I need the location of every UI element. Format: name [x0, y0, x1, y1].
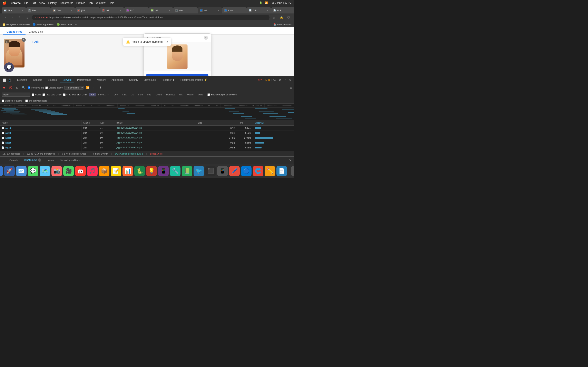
online-icon[interactable]: 📶 — [85, 85, 90, 90]
network-row-5[interactable]: 📄 ingest 204 xhr _app-c20140612cf49126.j… — [0, 145, 294, 150]
tab-close-4[interactable]: × — [95, 9, 98, 12]
reload-button[interactable]: ↻ — [17, 15, 23, 20]
invert-checkbox[interactable]: Invert — [32, 93, 41, 96]
clear-button[interactable]: 🚫 — [8, 85, 13, 90]
type-filter-manifest[interactable]: Manifest — [164, 93, 177, 96]
bookmark-star[interactable]: ☆ — [271, 15, 277, 20]
network-row-2[interactable]: 📄 ingest 204 xhr _app-c20140612cf49126.j… — [0, 131, 294, 135]
tab-close-1[interactable]: × — [21, 9, 24, 12]
choose-thumbnail-button[interactable]: 📁 Choose New Thumbnail — [146, 74, 208, 76]
type-filter-other[interactable]: Other — [196, 93, 206, 96]
bookmark-indus-app[interactable]: 🔵 Indus App Bazaar — [33, 23, 54, 26]
tab-close-6[interactable]: × — [144, 9, 147, 12]
dock-toolbox[interactable]: 🔧 — [170, 166, 181, 176]
th-time[interactable]: Time — [237, 120, 253, 125]
menu-edit[interactable]: Edit — [31, 1, 36, 4]
devtools-tab-memory[interactable]: Memory — [95, 77, 108, 83]
dock-keynote[interactable]: 📊 — [122, 166, 133, 176]
search-input[interactable] — [3, 93, 19, 96]
dock-music[interactable]: 🎵 — [87, 166, 98, 176]
whats-new-close-icon[interactable]: × — [38, 158, 41, 162]
error-banner-close[interactable]: × — [166, 40, 168, 43]
type-filter-img[interactable]: Img — [145, 93, 153, 96]
tab-embed-link[interactable]: Embed Link — [26, 29, 46, 35]
address-input[interactable]: ⚠ Not Secure https://indus-developerdash… — [32, 15, 269, 20]
th-type[interactable]: Type — [98, 120, 114, 125]
video-remove-button[interactable]: × — [22, 38, 26, 42]
devtools-tab-application[interactable]: Application — [109, 77, 126, 83]
dock-notability[interactable]: ✏️ — [265, 166, 275, 176]
tab-close-11[interactable]: × — [266, 9, 269, 12]
dock-notes[interactable]: 📝 — [111, 166, 121, 176]
export-har-icon[interactable]: ⬇ — [98, 85, 103, 90]
blocked-response-checkbox[interactable]: Blocked response cookies — [208, 93, 237, 96]
devtools-more-icon[interactable]: ⋮ — [283, 78, 287, 82]
record-button[interactable]: ⏺ — [2, 85, 7, 90]
dock-excel[interactable]: 📗 — [182, 166, 192, 176]
dock-mail[interactable]: 📧 — [16, 166, 26, 176]
search-clear-icon[interactable]: × — [20, 93, 22, 96]
throttling-select[interactable]: No throttling — [64, 86, 84, 90]
type-filter-media[interactable]: Media — [154, 93, 164, 96]
extension-btn-1[interactable]: 🔒 — [278, 15, 284, 20]
bottom-tab-issues[interactable]: Issues — [44, 158, 57, 163]
dock-slack[interactable]: 📱 — [158, 166, 169, 176]
devtools-tab-lighthouse[interactable]: Lighthouse — [141, 77, 158, 83]
search-button[interactable]: 🔍 — [21, 85, 26, 90]
menu-tab[interactable]: Tab — [88, 1, 93, 4]
tab-close-8[interactable]: × — [193, 9, 196, 12]
devtools-settings-icon[interactable]: ⚙ — [278, 78, 282, 83]
dock-vscode[interactable]: 🔵 — [241, 166, 251, 176]
devtools-close-button[interactable]: ✕ — [288, 78, 292, 83]
th-name[interactable]: Name — [0, 120, 82, 125]
type-filter-ws[interactable]: WS — [177, 93, 185, 96]
import-har-icon[interactable]: ⬆ — [92, 85, 96, 90]
devtools-tab-console[interactable]: Console — [31, 77, 44, 83]
devtools-tab-perf-insights[interactable]: Performance insights ⚡ — [178, 77, 210, 83]
hide-ext-urls-checkbox[interactable]: Hide extension URLs — [63, 93, 87, 96]
disable-cache-checkbox[interactable]: Disable cache — [45, 86, 63, 89]
dock-word[interactable]: 📄 — [277, 166, 287, 176]
th-waterfall[interactable]: Waterfall — [253, 120, 294, 125]
bottom-tab-console[interactable]: Console — [7, 158, 21, 163]
type-filter-css[interactable]: CSS — [120, 93, 129, 96]
apple-menu[interactable]: 🍎 — [2, 1, 7, 5]
preview-modal-close[interactable]: × — [204, 36, 208, 40]
back-button[interactable]: ‹ — [2, 15, 8, 20]
blocked-requests-checkbox[interactable]: Blocked requests — [2, 100, 22, 102]
dock-chrome[interactable]: 🌐 — [253, 166, 263, 176]
bookmark-all[interactable]: 📚 All Bookmarks — [273, 23, 292, 26]
type-filter-font[interactable]: Font — [136, 93, 145, 96]
network-row-3[interactable]: 📄 ingest 204 xhr _app-c20140612cf49126.j… — [0, 135, 294, 140]
tab-12[interactable]: 📄 D R... × — [271, 7, 294, 13]
tab-close-12[interactable]: × — [291, 9, 294, 12]
dock-launchpad[interactable]: 🚀 — [4, 166, 15, 176]
tab-close-9[interactable]: × — [217, 9, 220, 12]
preserve-log-checkbox[interactable]: Preserve log — [28, 86, 44, 89]
dock-trash[interactable]: 🗑️ — [291, 166, 294, 176]
menu-file[interactable]: File — [24, 1, 28, 4]
menu-help[interactable]: Help — [109, 1, 114, 4]
forward-button[interactable]: › — [10, 15, 16, 20]
devtools-tab-elements[interactable]: Elements — [15, 77, 30, 83]
dock-facetime[interactable]: 🎥 — [63, 166, 74, 176]
devtools-device-icon[interactable]: 📱 — [7, 78, 12, 83]
type-filter-fetch[interactable]: Fetch/XHR — [96, 93, 111, 96]
type-filter-js[interactable]: JS — [129, 93, 136, 96]
dock-photos[interactable]: 📸 — [52, 166, 62, 176]
dock-calendar[interactable]: 📅 — [75, 166, 86, 176]
tab-3[interactable]: 📋 Con... × — [51, 7, 75, 13]
menu-profiles[interactable]: Profiles — [76, 1, 85, 4]
dock-maps[interactable]: 🗺️ — [40, 166, 50, 176]
devtools-tab-security[interactable]: Security — [127, 77, 140, 83]
dock-intellij[interactable]: 💡 — [146, 166, 157, 176]
menu-bookmarks[interactable]: Bookmarks — [60, 1, 73, 4]
tab-5[interactable]: 📌 [AP... × — [100, 7, 124, 13]
devtools-tab-network[interactable]: Network — [60, 77, 74, 83]
dock-terminal[interactable]: ⬛ — [205, 166, 216, 176]
tab-close-7[interactable]: × — [168, 9, 171, 12]
bookmark-indus-drive[interactable]: 🟢 Indus Drive - Goo... — [57, 23, 80, 26]
dock-pycharm[interactable]: 🐍 — [134, 166, 145, 176]
network-table[interactable]: Name Status Type Initiator Size Time Wat… — [0, 120, 294, 151]
devtools-tab-sources[interactable]: Sources — [45, 77, 59, 83]
